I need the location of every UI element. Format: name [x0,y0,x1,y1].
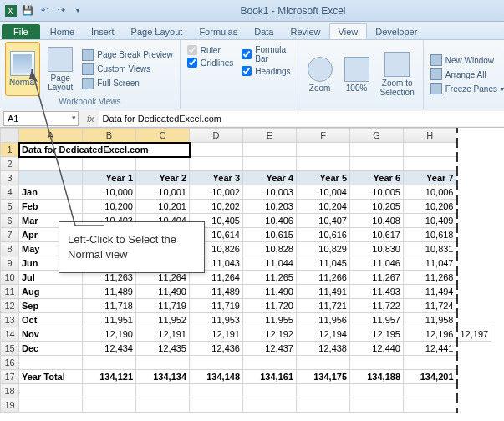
data-cell[interactable]: 11,952 [136,313,190,327]
tab-review[interactable]: Review [282,24,328,39]
data-cell[interactable]: 11,490 [136,285,190,299]
cell[interactable] [19,398,83,413]
header-cell[interactable]: Year 4 [243,171,297,185]
tab-formulas[interactable]: Formulas [191,24,246,39]
data-cell[interactable]: 11,046 [350,256,404,271]
custom-views-button[interactable]: Custom Views [80,63,175,76]
data-cell[interactable]: 10,005 [350,185,404,200]
cell[interactable] [350,356,404,370]
tab-page-layout[interactable]: Page Layout [123,24,191,39]
header-cell[interactable] [19,171,83,185]
cell[interactable] [350,143,404,157]
data-cell[interactable]: Feb [19,200,83,214]
col-header-A[interactable]: A [19,129,83,143]
data-cell[interactable]: 12,195 [350,327,404,342]
header-cell[interactable]: Year 6 [350,171,404,185]
cell[interactable] [83,398,136,413]
data-cell[interactable]: 10,406 [243,214,297,228]
data-cell[interactable]: 11,047 [404,256,457,271]
cell[interactable] [190,157,243,171]
data-cell[interactable]: 11,268 [404,271,457,285]
cell[interactable] [350,157,404,171]
total-cell[interactable]: 134,161 [243,370,297,384]
undo-icon[interactable]: ↶ [37,3,52,18]
page-break-preview-button[interactable]: Page Break Preview [80,48,175,62]
cell[interactable] [297,157,350,171]
cell[interactable] [350,384,404,398]
zoom-button[interactable]: Zoom [303,42,337,107]
data-cell[interactable]: 12,194 [297,327,350,342]
cell[interactable] [136,356,190,370]
data-cell[interactable]: 10,407 [297,214,350,228]
redo-icon[interactable]: ↷ [53,3,69,18]
data-cell[interactable]: 12,191 [136,327,190,342]
data-cell[interactable]: 11,266 [297,271,350,285]
cell[interactable] [243,143,297,157]
data-cell[interactable]: 12,197 [457,327,491,342]
cell[interactable] [243,157,297,171]
data-cell[interactable]: 10,003 [243,185,297,200]
total-cell[interactable]: Year Total [19,370,83,384]
data-cell[interactable]: 11,719 [136,299,190,313]
data-cell[interactable]: Nov [19,327,83,342]
cell[interactable] [243,384,297,398]
cell[interactable] [190,143,243,157]
data-cell[interactable]: 11,719 [190,299,243,313]
total-cell[interactable]: 134,121 [83,370,136,384]
total-cell[interactable]: 134,188 [350,370,404,384]
row-header-18[interactable]: 18 [1,384,19,398]
data-cell[interactable]: Jan [19,185,83,200]
data-cell[interactable]: 11,489 [190,285,243,299]
cell[interactable] [83,356,136,370]
total-cell[interactable]: 134,201 [404,370,457,384]
data-cell[interactable]: 10,618 [404,228,457,242]
qat-dropdown-icon[interactable]: ▾ [70,3,85,18]
data-cell[interactable]: 11,493 [350,285,404,299]
tab-insert[interactable]: Insert [83,24,123,39]
cell[interactable] [404,384,457,398]
header-cell[interactable]: Year 5 [297,171,350,185]
row-header-12[interactable]: 12 [1,299,19,313]
tab-home[interactable]: Home [42,24,83,39]
header-cell[interactable]: Year 2 [136,171,190,185]
data-cell[interactable]: 11,265 [243,271,297,285]
cell[interactable] [19,384,83,398]
excel-icon[interactable]: X [3,3,18,18]
col-header-F[interactable]: F [297,129,350,143]
cell[interactable] [243,398,297,413]
merged-title-cell[interactable]: Data for DedicatedExcel.com [19,143,190,157]
total-cell[interactable]: 134,134 [136,370,190,384]
cell[interactable] [297,356,350,370]
tab-data[interactable]: Data [246,24,282,39]
data-cell[interactable]: 12,190 [83,327,136,342]
data-cell[interactable]: 11,267 [350,271,404,285]
data-cell[interactable]: 10,000 [83,185,136,200]
data-cell[interactable]: 11,494 [404,285,457,299]
header-cell[interactable]: Year 1 [83,171,136,185]
col-header-G[interactable]: G [350,129,404,143]
data-cell[interactable]: 11,955 [243,313,297,327]
cell[interactable] [19,157,83,171]
data-cell[interactable]: 10,202 [190,200,243,214]
data-cell[interactable]: 10,831 [404,242,457,256]
row-header-16[interactable]: 16 [1,356,19,370]
new-window-button[interactable]: New Window [429,53,504,67]
col-header-C[interactable]: C [136,129,190,143]
row-header-6[interactable]: 6 [1,214,19,228]
data-cell[interactable]: 11,957 [350,313,404,327]
data-cell[interactable]: 10,205 [350,200,404,214]
freeze-panes-button[interactable]: Freeze Panes ▾ [429,82,504,95]
row-header-19[interactable]: 19 [1,398,19,413]
data-cell[interactable]: 10,409 [404,214,457,228]
data-cell[interactable]: 12,196 [404,327,457,342]
data-cell[interactable]: 11,045 [297,256,350,271]
save-icon[interactable]: 💾 [20,3,35,18]
data-cell[interactable]: 11,956 [297,313,350,327]
formula-bar-checkbox[interactable]: Formula Bar [242,45,290,63]
tab-developer[interactable]: Developer [367,24,425,39]
data-cell[interactable]: 11,489 [83,285,136,299]
row-header-5[interactable]: 5 [1,200,19,214]
header-cell[interactable]: Year 7 [404,171,457,185]
data-cell[interactable]: 12,191 [190,327,243,342]
data-cell[interactable]: 10,004 [297,185,350,200]
